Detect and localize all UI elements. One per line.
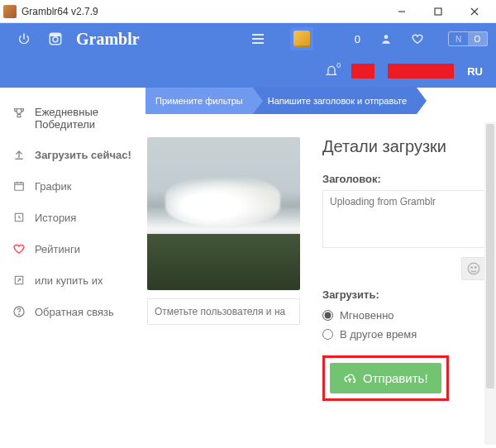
svg-point-5 [53, 37, 58, 42]
radio-later-input[interactable] [322, 329, 333, 340]
svg-rect-1 [435, 8, 441, 15]
sidebar-label: Рейтинги [35, 243, 80, 255]
sidebar-item-feedback[interactable]: Обратная связь [7, 296, 139, 327]
svg-point-20 [475, 267, 477, 269]
svg-rect-10 [15, 183, 24, 190]
language-button[interactable]: RU [467, 65, 483, 78]
sidebar-label: Загрузить сейчас! [35, 149, 131, 161]
window-titlebar: Gramblr64 v2.7.9 [0, 0, 496, 23]
send-button[interactable]: Отправить! [330, 363, 441, 393]
caption-input[interactable] [322, 190, 486, 248]
menu-icon[interactable] [247, 28, 269, 50]
scrollbar-thumb[interactable] [486, 124, 494, 388]
close-button[interactable] [456, 1, 493, 22]
sidebar-item-winners[interactable]: Ежедневные Победители [7, 98, 139, 139]
sidebar-label: Ежедневные Победители [35, 106, 134, 131]
redacted-username [388, 64, 454, 79]
window-title: Gramblr64 v2.7.9 [21, 6, 384, 17]
crumb-filters[interactable]: Примените фильтры [145, 88, 253, 114]
radio-now-input[interactable] [322, 310, 333, 321]
minimize-button[interactable] [384, 1, 420, 22]
panel-title: Детали загрузки [322, 137, 486, 156]
redacted-avatar [351, 64, 374, 79]
brand-logo: Gramblr [71, 30, 140, 49]
main-content: Примените фильтры Напишите заголовок и о… [145, 88, 496, 448]
caption-label: Заголовок: [322, 173, 486, 185]
sidebar-item-ratings[interactable]: Рейтинги [7, 233, 139, 265]
upload-mode-label: Загрузить: [322, 288, 486, 301]
trophy-icon [12, 106, 26, 121]
sidebar-label: или купить их [35, 274, 103, 287]
user-icon[interactable] [375, 28, 397, 50]
breadcrumb: Примените фильтры Напишите заголовок и о… [145, 88, 488, 114]
notifications-icon[interactable]: 0 [325, 63, 338, 80]
power-icon[interactable] [13, 28, 35, 50]
share-icon [12, 273, 26, 288]
send-highlight: Отправить! [322, 355, 449, 401]
mode-switch[interactable]: N O [448, 31, 488, 46]
window-controls [384, 1, 493, 22]
emoji-button[interactable] [461, 257, 486, 280]
app-subheader: 0 RU [0, 55, 496, 88]
coin-count: 0 [355, 33, 360, 45]
sidebar-label: Обратная связь [35, 306, 114, 318]
history-icon [12, 210, 26, 225]
instagram-icon[interactable] [45, 28, 66, 50]
notification-count: 0 [336, 61, 341, 69]
sidebar-label: История [35, 212, 76, 224]
sidebar-item-upload[interactable]: Загрузить сейчас! [7, 139, 139, 170]
heart-outline-icon [12, 241, 26, 256]
svg-point-19 [471, 267, 473, 269]
sidebar: Ежедневные Победители Загрузить сейчас! … [0, 88, 145, 448]
app-icon [3, 5, 17, 18]
body: Ежедневные Победители Загрузить сейчас! … [0, 88, 496, 448]
maximize-button[interactable] [420, 1, 456, 22]
upload-icon [12, 147, 26, 162]
sidebar-label: График [35, 180, 71, 193]
tag-user-input[interactable] [147, 298, 300, 325]
cloud-upload-icon [343, 373, 356, 384]
sidebar-item-schedule[interactable]: График [7, 170, 139, 202]
heart-icon[interactable] [407, 28, 428, 50]
sidebar-item-history[interactable]: История [7, 202, 139, 233]
mode-o: O [468, 32, 487, 45]
radio-now[interactable]: Мгновенно [322, 306, 486, 325]
scrollbar[interactable] [484, 122, 496, 445]
svg-rect-6 [50, 33, 61, 36]
svg-point-17 [19, 314, 20, 315]
sidebar-item-buy[interactable]: или купить их [7, 265, 139, 296]
crumb-caption[interactable]: Напишите заголовок и отправьте [253, 88, 417, 114]
app-header: Gramblr 0 N O [0, 23, 496, 55]
radio-later[interactable]: В другое время [322, 325, 486, 344]
mode-n: N [449, 32, 468, 45]
help-icon [12, 304, 26, 319]
svg-point-18 [468, 263, 479, 274]
calendar-icon [12, 179, 26, 193]
coins-icon[interactable] [290, 27, 313, 50]
upload-preview [147, 137, 300, 290]
